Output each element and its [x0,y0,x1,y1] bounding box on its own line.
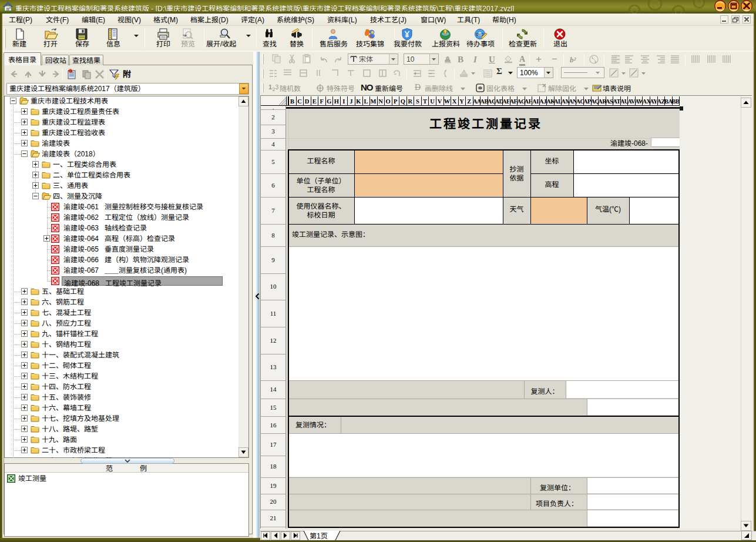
svg-text:a: a [594,60,596,63]
svg-text:1: 1 [592,56,593,59]
